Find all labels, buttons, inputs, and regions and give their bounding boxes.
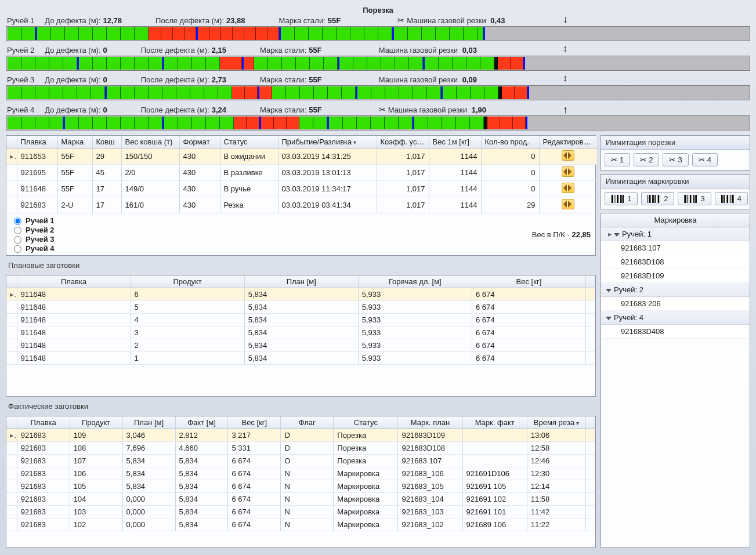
scissors-icon: ✂: [669, 155, 675, 164]
edit-button[interactable]: [562, 150, 574, 161]
tree-group[interactable]: ▸Ручей: 1: [601, 227, 750, 241]
planned-col[interactable]: Плавка: [17, 275, 131, 288]
table-row[interactable]: 9216832-U17161/0430Резка03.03.2019 03:41…: [6, 197, 597, 213]
heats-col[interactable]: Статус: [220, 136, 278, 148]
tree-item[interactable]: 921683D108: [601, 255, 750, 269]
actual-col[interactable]: Флаг: [281, 416, 334, 429]
actual-col[interactable]: Плавка: [17, 416, 70, 429]
strand-radio-2[interactable]: Ручей 2: [11, 225, 55, 234]
tree-item[interactable]: 921683D408: [601, 325, 750, 339]
strand-name: Ручей 2: [7, 46, 34, 55]
table-row[interactable]: ▸9216831093,0462,8123 217DПорезка921683D…: [6, 429, 595, 442]
tree-group[interactable]: Ручей: 4: [601, 311, 750, 325]
cut-sim-button-2[interactable]: ✂2: [634, 153, 659, 166]
heats-col[interactable]: Редактировать: [539, 136, 597, 148]
table-row[interactable]: 9216831040,0005,8346 674NМаркировка92168…: [6, 493, 595, 506]
table-row[interactable]: 91164855,8345,9336 674: [6, 301, 595, 314]
page-title: Порезка: [6, 3, 750, 16]
tree-item[interactable]: 921683D109: [601, 269, 750, 283]
cut-sim-button-1[interactable]: ✂1: [605, 153, 630, 166]
table-row[interactable]: 9216831075,8345,8346 674OПорезка921683 1…: [6, 455, 595, 467]
barcode-icon: [684, 195, 698, 203]
mark-sim-button-1[interactable]: 1: [605, 192, 638, 205]
strand-3-info: Ручей 3До дефекта (м):0После дефекта (м)…: [6, 75, 750, 85]
planned-panel: ПлавкаПродуктПлан [м]Горячая дл. [м]Вес …: [6, 275, 596, 397]
table-row[interactable]: 91164825,8345,9336 674: [6, 339, 595, 352]
mark-sim-button-3[interactable]: 3: [678, 192, 711, 205]
heats-table[interactable]: ПлавкаМаркаКовшВес ковша (т)ФорматСтатус…: [6, 136, 598, 213]
chevron-down-icon: [606, 317, 612, 320]
strand-radio-4[interactable]: Ручей 4: [11, 244, 55, 253]
planned-col[interactable]: Горячая дл. [м]: [358, 275, 472, 288]
tree-item[interactable]: 921683 206: [601, 297, 750, 311]
strand-2-bar[interactable]: [6, 56, 750, 71]
strand-name: Ручей 1: [7, 16, 34, 25]
table-row[interactable]: 91164855F17149/0430В ручье03.03.2019 11:…: [6, 181, 597, 197]
strand-radio-row: Ручей 1 Ручей 2 Ручей 3 Ручей 4 Вес в П/…: [6, 213, 595, 255]
mark-sim-button-2[interactable]: 2: [641, 192, 674, 205]
mark-sim-title: Иммитация маркировки: [601, 175, 750, 188]
cut-position-arrow-icon: ↕: [563, 43, 567, 54]
heats-col[interactable]: Ковш: [92, 136, 121, 148]
cut-sim-button-4[interactable]: ✂4: [692, 153, 718, 166]
actual-col[interactable]: Продукт: [70, 416, 122, 429]
actual-col[interactable]: Статус: [334, 416, 398, 429]
strand-name: Ручей 4: [7, 106, 34, 114]
table-row[interactable]: 92169555F452/0430В разливке03.03.2019 13…: [6, 165, 597, 181]
actual-title: Фактические заготовки: [6, 400, 596, 412]
planned-col[interactable]: План [м]: [244, 275, 358, 288]
strand-4-bar[interactable]: [6, 115, 750, 130]
scissors-icon: ✂: [699, 155, 705, 164]
heats-col[interactable]: Вес 1м [кг]: [429, 136, 481, 148]
table-row[interactable]: 91164845,8345,9336 674: [6, 314, 595, 327]
planned-table[interactable]: ПлавкаПродуктПлан [м]Горячая дл. [м]Вес …: [6, 275, 595, 365]
planned-col[interactable]: Вес [кг]: [472, 275, 585, 288]
table-row[interactable]: 91164815,8345,9336 674: [6, 352, 595, 365]
edit-button[interactable]: [562, 166, 574, 177]
table-row[interactable]: 9216831055,8345,8346 674NМаркировка92168…: [6, 480, 595, 493]
strand-3-bar[interactable]: [6, 85, 750, 100]
heats-col[interactable]: Коэфф. усад: [377, 136, 429, 148]
actual-table[interactable]: ПлавкаПродуктПлан [м]Факт [м]Вес [кг]Фла…: [6, 416, 595, 531]
heats-col[interactable]: Марка: [57, 136, 92, 148]
actual-col[interactable]: Вес [кг]: [228, 416, 281, 429]
strand-radio-1[interactable]: Ручей 1: [11, 216, 55, 225]
actual-col[interactable]: Факт [м]: [175, 416, 228, 429]
mark-sim-button-4[interactable]: 4: [715, 192, 748, 205]
actual-col[interactable]: Марк. факт: [462, 416, 527, 429]
table-row[interactable]: 9216831087,6964,6605 331DПорезка921683D1…: [6, 442, 595, 455]
table-row[interactable]: 91164835,8345,9336 674: [6, 327, 595, 339]
chevron-down-icon: [606, 289, 612, 292]
strand-name: Ручей 3: [7, 75, 34, 84]
scissors-icon: ✂: [379, 105, 386, 114]
actual-col[interactable]: Время реза: [527, 416, 585, 429]
scissors-icon: ✂: [611, 155, 617, 164]
table-row[interactable]: 9216831065,8345,8346 674NМаркировка92168…: [6, 467, 595, 480]
heats-col[interactable]: Кол-во прод.: [481, 136, 539, 148]
strand-4-info: Ручей 4До дефекта (м):0После дефекта (м)…: [6, 105, 750, 115]
marking-tree-title: Маркировка: [601, 213, 750, 227]
heats-col[interactable]: Формат: [179, 136, 220, 148]
strand-radio-3[interactable]: Ручей 3: [11, 234, 55, 244]
barcode-icon: [648, 195, 661, 203]
strand-1-info: Ручей 1До дефекта (м):12,78После дефекта…: [6, 16, 750, 26]
table-row[interactable]: 9216831030,0005,8346 674NМаркировка92168…: [6, 506, 595, 518]
cut-sim-button-3[interactable]: ✂3: [663, 153, 688, 166]
actual-col[interactable]: Марк. план: [398, 416, 462, 429]
marking-tree-panel: Маркировка ▸Ручей: 1921683 107921683D108…: [601, 213, 750, 548]
heats-col[interactable]: Вес ковша (т): [121, 136, 179, 148]
planned-col[interactable]: Продукт: [131, 275, 244, 288]
tree-item[interactable]: 921683 107: [601, 241, 750, 255]
scissors-icon: ✂: [397, 16, 404, 25]
heats-col[interactable]: Прибытие/Разливка: [278, 136, 377, 148]
actual-col[interactable]: План [м]: [122, 416, 175, 429]
table-row[interactable]: ▸91164865,8345,9336 674: [6, 288, 595, 301]
planned-title: Плановые заготовки: [6, 259, 596, 271]
tree-group[interactable]: Ручей: 2: [601, 283, 750, 297]
edit-button[interactable]: [562, 199, 574, 209]
heats-col[interactable]: Плавка: [17, 136, 57, 148]
table-row[interactable]: ▸91165355F29150/150430В ожидании03.03.20…: [6, 148, 597, 165]
edit-button[interactable]: [562, 183, 574, 193]
table-row[interactable]: 9216831020,0005,8346 674NМаркировка92168…: [6, 518, 595, 531]
strand-1-bar[interactable]: [6, 26, 750, 41]
